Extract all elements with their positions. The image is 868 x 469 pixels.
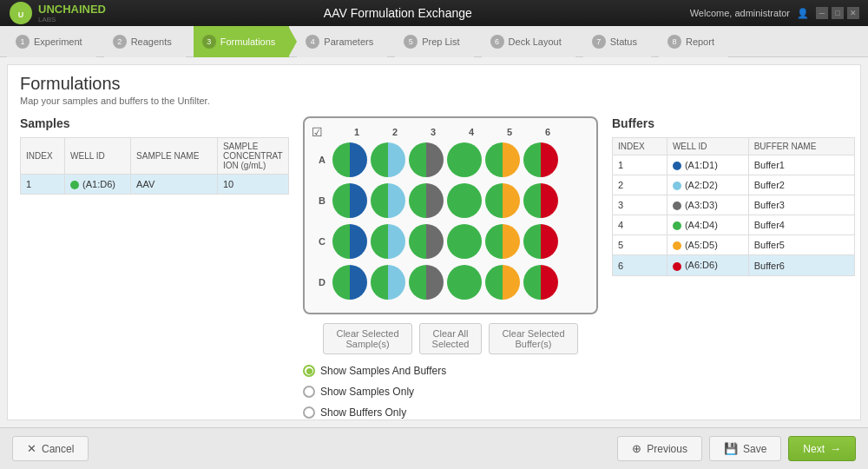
plate-col-header: 6 — [529, 127, 567, 137]
logo-icon: U — [9, 1, 33, 25]
plate-well[interactable] — [485, 265, 520, 300]
plate-well[interactable] — [409, 142, 444, 177]
close-button[interactable]: ✕ — [847, 7, 859, 19]
plate-checkbox[interactable]: ☑ — [312, 125, 323, 139]
plate-well[interactable] — [485, 183, 520, 218]
buffers-col-index: INDEX — [613, 138, 667, 155]
plate-well[interactable] — [371, 224, 405, 259]
plate-well[interactable] — [409, 183, 444, 218]
plate-col-header: 3 — [414, 127, 452, 137]
plate-row: B — [313, 182, 588, 220]
radio-option-0[interactable]: Show Samples And Buffers — [303, 365, 598, 377]
buffer-row[interactable]: 5 (A5:D5) Buffer5 — [613, 235, 855, 255]
buffer-index: 6 — [613, 255, 667, 275]
plate-well[interactable] — [523, 265, 558, 300]
app-title: AAV Formulation Exchange — [324, 6, 472, 20]
radio-inner — [306, 368, 312, 374]
buffer-row[interactable]: 3 (A3:D3) Buffer3 — [613, 195, 855, 215]
restore-button[interactable]: □ — [832, 7, 844, 19]
previous-button[interactable]: ⊕ Previous — [617, 436, 702, 461]
logo-area: U UNCHAINED LABS — [9, 1, 106, 25]
plate-well[interactable] — [523, 142, 558, 177]
nav-experiment-label: Experiment — [34, 36, 82, 47]
window-controls: ─ □ ✕ — [816, 7, 859, 19]
clear-buffers-button[interactable]: Clear SelectedBuffer(s) — [489, 323, 577, 354]
sample-row[interactable]: 1 (A1:D6) AAV 10 — [21, 175, 289, 195]
radio-circle — [303, 386, 315, 398]
plate-well[interactable] — [523, 224, 558, 259]
nav-reagents[interactable]: 2 Reagents — [104, 26, 186, 57]
plate-well[interactable] — [332, 142, 367, 177]
col-headers: 123456 — [338, 127, 588, 137]
buffer-name: Buffer2 — [748, 175, 854, 195]
footer-right: ⊕ Previous 💾 Save Next → — [617, 436, 856, 461]
samples-panel: Samples INDEX WELL ID SAMPLE NAME SAMPLE… — [20, 116, 289, 419]
nav-report[interactable]: 8 Report — [659, 26, 728, 57]
content-inner: Formulations Map your samples and buffer… — [8, 65, 860, 419]
nav-step-7: 7 — [592, 35, 606, 49]
buffer-index: 3 — [613, 195, 667, 215]
clear-all-button[interactable]: Clear AllSelected — [419, 323, 483, 354]
nav-formulations-label: Formulations — [220, 36, 276, 47]
cancel-button[interactable]: ✕ Cancel — [12, 436, 89, 461]
minimize-button[interactable]: ─ — [816, 7, 828, 19]
plate-well[interactable] — [332, 183, 367, 218]
plate-well[interactable] — [485, 224, 520, 259]
plate-well[interactable] — [447, 224, 482, 259]
radio-option-2[interactable]: Show Buffers Only — [303, 406, 598, 419]
nav-arrow-4 — [386, 26, 395, 57]
plate-well[interactable] — [371, 183, 405, 218]
radio-label: Show Samples Only — [320, 386, 414, 398]
plate-well[interactable] — [447, 183, 482, 218]
logo-text: UNCHAINED — [38, 3, 106, 16]
nav-status[interactable]: 7 Status — [583, 26, 651, 57]
plate-well[interactable] — [371, 142, 405, 177]
nav-step-6: 6 — [490, 35, 504, 49]
save-button[interactable]: 💾 Save — [709, 436, 781, 461]
buffer-row[interactable]: 2 (A2:D2) Buffer2 — [613, 175, 855, 195]
buffer-row[interactable]: 6 (A6:D6) Buffer6 — [613, 255, 855, 275]
plate-well[interactable] — [371, 265, 405, 300]
radio-label: Show Buffers Only — [320, 406, 406, 419]
page-subtitle: Map your samples and buffers to the Unfi… — [20, 96, 848, 106]
plate-well[interactable] — [523, 183, 558, 218]
plate-well[interactable] — [447, 265, 482, 300]
sample-well: (A1:D6) — [65, 175, 131, 195]
next-button[interactable]: Next → — [788, 436, 856, 461]
nav-experiment[interactable]: 1 Experiment — [7, 26, 96, 57]
nav-parameters[interactable]: 4 Parameters — [297, 26, 387, 57]
nav-step-3: 3 — [202, 35, 216, 49]
nav-deck-layout[interactable]: 6 Deck Layout — [482, 26, 575, 57]
save-icon: 💾 — [724, 442, 738, 455]
buffer-well: (A5:D5) — [667, 235, 748, 255]
nav-prep-list[interactable]: 5 Prep List — [395, 26, 473, 57]
buffer-index: 1 — [613, 155, 667, 175]
buffer-row[interactable]: 4 (A4:D4) Buffer4 — [613, 215, 855, 235]
radio-group: Show Samples And BuffersShow Samples Onl… — [303, 365, 598, 419]
buffers-col-name: BUFFER NAME — [748, 138, 854, 155]
nav-report-label: Report — [686, 36, 714, 47]
next-icon: → — [830, 442, 841, 455]
nav-arrow-2 — [185, 26, 194, 57]
radio-option-1[interactable]: Show Samples Only — [303, 386, 598, 398]
plate-row-label: A — [313, 155, 331, 165]
plate-well[interactable] — [409, 265, 444, 300]
plate-well[interactable] — [447, 142, 482, 177]
plate-well[interactable] — [409, 224, 444, 259]
nav-formulations[interactable]: 3 Formulations — [194, 26, 290, 57]
clear-samples-button[interactable]: Clear SelectedSample(s) — [323, 323, 411, 354]
plate-col-header: 1 — [338, 127, 376, 137]
nav-step-8: 8 — [667, 35, 681, 49]
samples-col-conc: SAMPLE CONCENTRATION (g/mL) — [217, 138, 288, 175]
buffer-index: 5 — [613, 235, 667, 255]
nav-step-5: 5 — [404, 35, 418, 49]
plate-well[interactable] — [485, 142, 520, 177]
plate-well[interactable] — [332, 265, 367, 300]
plate-well[interactable] — [332, 224, 367, 259]
plate-row-label: B — [313, 195, 331, 206]
nav-reagents-label: Reagents — [131, 36, 172, 47]
buffers-panel: Buffers INDEX WELL ID BUFFER NAME 1 (A1:… — [612, 116, 855, 419]
plate-area: ☑ 123456 A — [303, 116, 598, 419]
buffer-row[interactable]: 1 (A1:D1) Buffer1 — [613, 155, 855, 175]
nav-step-1: 1 — [16, 35, 30, 49]
